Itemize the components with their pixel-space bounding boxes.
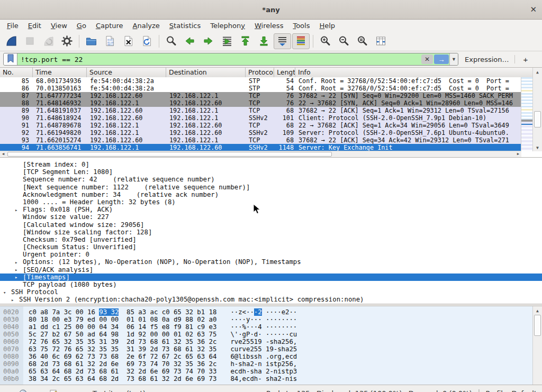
detail-line[interactable]: ▸Options: (12 bytes), No-Operation (NOP)…: [0, 258, 542, 266]
scroll-down-icon[interactable]: ▼: [533, 145, 542, 150]
scroll-up-icon[interactable]: ▲: [533, 308, 542, 313]
zoom-reset-button[interactable]: [354, 33, 371, 49]
packet-row-91[interactable]: 9171.648789678192.168.122.1192.168.122.6…: [0, 122, 521, 129]
go-first-button[interactable]: [237, 33, 254, 49]
menu-tools[interactable]: Tools: [288, 21, 314, 31]
scroll-left-icon[interactable]: ◀: [2, 151, 4, 157]
column-header-info[interactable]: Info: [295, 68, 533, 77]
auto-scroll-button[interactable]: [274, 33, 291, 49]
detail-line[interactable]: ▸[SEQ/ACK analysis]: [0, 266, 542, 274]
packet-row-85[interactable]: 8568.001734936fe:54:00:d4:38:2aSTP54Conf…: [0, 77, 521, 85]
menu-file[interactable]: File: [2, 21, 23, 31]
hex-row-0070[interactable]: 007063 75 72 76 65 32 35 35 31 39 2d 73 …: [0, 345, 542, 353]
menu-analyze[interactable]: Analyze: [128, 21, 165, 31]
filter-add-button[interactable]: +: [520, 55, 531, 64]
column-header-time[interactable]: Time: [33, 68, 87, 77]
menu-capture[interactable]: Capture: [91, 21, 128, 31]
detail-line[interactable]: [TCP Segment Len: 1080]: [0, 168, 542, 176]
column-header-destination[interactable]: Destination: [166, 68, 246, 77]
packet-row-94[interactable]: 9471.663856741192.168.122.1192.168.122.6…: [0, 144, 521, 151]
colorize-button[interactable]: [292, 33, 310, 49]
packet-row-86[interactable]: 8670.013850163fe:54:00:d4:38:2aSTP54Conf…: [0, 85, 521, 92]
menu-telephony[interactable]: Telephony: [205, 21, 250, 31]
filter-dropdown-button[interactable]: ▼: [449, 53, 458, 65]
column-header-protocol[interactable]: Protocol: [246, 68, 274, 77]
menu-statistics[interactable]: Statistics: [165, 21, 205, 31]
filter-clear-button[interactable]: ✕: [421, 54, 433, 64]
filter-input[interactable]: !tcp.port == 22: [17, 53, 421, 65]
packet-row-92[interactable]: 9271.661949820192.168.122.1192.168.122.6…: [0, 129, 521, 136]
go-to-packet-button[interactable]: [218, 33, 236, 49]
close-file-button[interactable]: [120, 33, 137, 49]
hex-row-0090[interactable]: 009068 2d 73 68 61 32 2d 6e 69 73 74 70 …: [0, 360, 542, 368]
expert-info-icon[interactable]: [19, 389, 27, 392]
find-packet-button[interactable]: [162, 33, 180, 49]
detail-line[interactable]: ▸Flags: 0x018 (PSH, ACK): [0, 206, 542, 213]
hex-row-0080[interactable]: 008036 40 6c 69 62 73 73 68 2e 6f 72 67 …: [0, 353, 542, 360]
status-profile[interactable]: Profile: Default: [486, 389, 537, 392]
hex-vscrollbar[interactable]: ▲: [532, 306, 542, 385]
collapsed-arrow-icon[interactable]: ▸: [15, 206, 17, 214]
detail-line[interactable]: Acknowledgment number: 34 (relative ack …: [0, 191, 542, 198]
zoom-in-button[interactable]: [317, 33, 334, 49]
capture-comment-icon[interactable]: [49, 389, 58, 392]
menu-go[interactable]: Go: [72, 21, 91, 31]
packet-row-88[interactable]: 8871.648146932192.168.122.1192.168.122.6…: [0, 99, 521, 107]
menu-wireless[interactable]: Wireless: [250, 21, 288, 31]
column-header-source[interactable]: Source: [87, 68, 166, 77]
packet-list-hscrollbar[interactable]: ◀ ▶: [0, 151, 521, 157]
collapsed-arrow-icon[interactable]: ▸: [15, 266, 17, 274]
detail-line[interactable]: ▾SSH Protocol: [0, 288, 542, 296]
detail-line[interactable]: Sequence number: 42 (relative sequence n…: [0, 176, 542, 183]
scroll-right-icon[interactable]: ▶: [517, 151, 519, 157]
go-next-button[interactable]: [200, 33, 217, 49]
filter-apply-button[interactable]: →: [434, 54, 449, 64]
open-file-button[interactable]: [83, 33, 100, 49]
save-file-button[interactable]: 010101100011: [101, 33, 119, 49]
collapsed-arrow-icon[interactable]: ▸: [15, 274, 17, 281]
reload-file-button[interactable]: [138, 33, 156, 49]
hex-row-0040[interactable]: 0040a1 dd c1 25 00 00 04 34 06 14 f5 e8 …: [0, 323, 542, 331]
detail-line[interactable]: [Checksum Status: Unverified]: [0, 243, 542, 251]
detail-line[interactable]: [Window size scaling factor: 128]: [0, 229, 542, 236]
close-icon[interactable]: ✕: [530, 5, 537, 14]
scroll-up-icon[interactable]: ▲: [533, 70, 542, 75]
hex-row-0030[interactable]: 003080 18 00 e3 79 ed 00 00 01 01 08 0a …: [0, 316, 542, 323]
hex-row-0060[interactable]: 006072 76 65 32 35 35 31 39 2d 73 68 61 …: [0, 338, 542, 345]
detail-line[interactable]: ▸[Timestamps]: [0, 274, 542, 281]
hex-row-00b0[interactable]: 00b038 34 2c 65 63 64 68 2d 73 68 61 32 …: [0, 375, 542, 382]
column-header-no[interactable]: No.: [0, 68, 33, 77]
menu-help[interactable]: Help: [314, 21, 340, 31]
packet-row-89[interactable]: 8971.648191037192.168.122.60192.168.122.…: [0, 107, 521, 114]
hex-row-0020[interactable]: 0020c0 a8 7a 3c 00 16 93 32 85 a3 ac c0 …: [0, 308, 542, 316]
detail-line[interactable]: Window size value: 227: [0, 213, 542, 221]
go-previous-button[interactable]: [181, 33, 198, 49]
detail-line[interactable]: ▸SSH Version 2 (encryption:chacha20-poly…: [0, 296, 542, 303]
detail-line[interactable]: 1000 .... = Header Length: 32 bytes (8): [0, 198, 542, 206]
filter-bookmark-button[interactable]: [4, 53, 17, 65]
detail-line[interactable]: [Stream index: 0]: [0, 161, 542, 168]
menu-edit[interactable]: Edit: [23, 21, 46, 31]
packet-row-93[interactable]: 9371.662015274192.168.122.60192.168.122.…: [0, 136, 521, 144]
collapsed-arrow-icon[interactable]: ▸: [11, 296, 14, 304]
resize-columns-button[interactable]: [372, 33, 390, 49]
start-capture-button[interactable]: [3, 33, 20, 49]
packet-list-vscrollbar[interactable]: ▲ ▼: [532, 68, 542, 151]
vscroll-thumb[interactable]: [534, 111, 541, 127]
packet-row-90[interactable]: 9071.648618924192.168.122.60192.168.122.…: [0, 114, 521, 122]
detail-line[interactable]: TCP payload (1080 bytes): [0, 281, 542, 288]
menu-view[interactable]: View: [46, 21, 72, 31]
zoom-out-button[interactable]: [335, 33, 353, 49]
column-header-length[interactable]: Length: [274, 68, 295, 77]
hscroll-thumb[interactable]: [7, 152, 332, 157]
hexscroll-thumb[interactable]: [534, 315, 541, 336]
go-last-button[interactable]: [255, 33, 273, 49]
detail-line[interactable]: [Calculated window size: 29056]: [0, 221, 542, 229]
detail-line[interactable]: Urgent pointer: 0: [0, 251, 542, 258]
expression-button[interactable]: Expression…: [465, 56, 509, 63]
packet-minimap[interactable]: [521, 77, 533, 151]
collapsed-arrow-icon[interactable]: ▸: [15, 259, 17, 266]
restart-capture-button[interactable]: [40, 33, 57, 49]
packet-row-87[interactable]: 8771.647777234192.168.122.60192.168.122.…: [0, 92, 521, 99]
stop-capture-button[interactable]: [21, 33, 39, 49]
